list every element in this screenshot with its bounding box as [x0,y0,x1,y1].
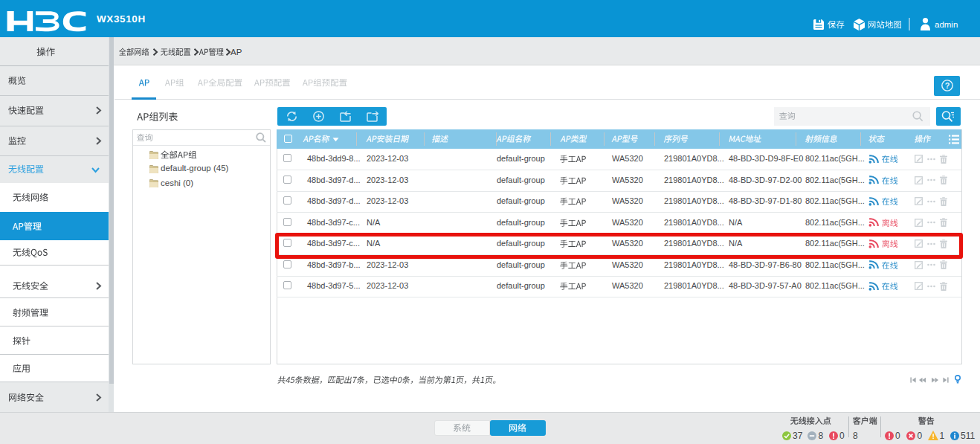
svg-text:?: ? [944,81,950,90]
